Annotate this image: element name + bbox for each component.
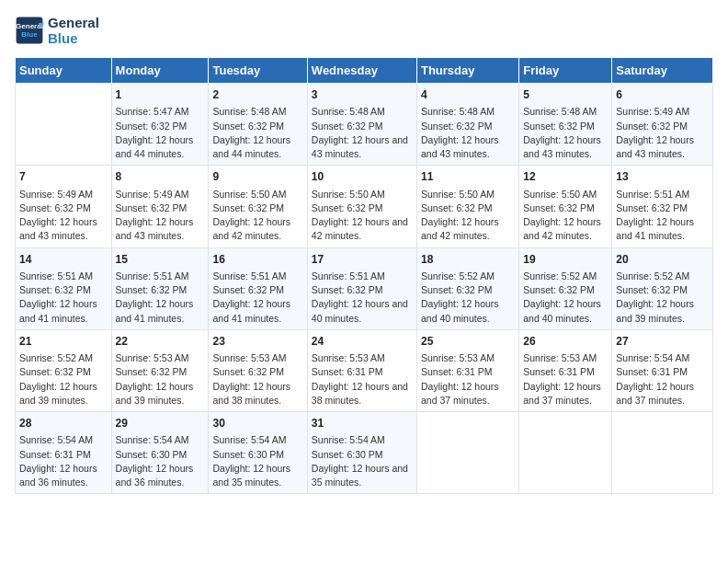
logo-line2: Blue — [48, 30, 99, 46]
sunset-text: Sunset: 6:32 PM — [421, 201, 515, 215]
weekday-header-thursday: Thursday — [416, 58, 518, 84]
sunrise-text: Sunrise: 5:49 AM — [116, 188, 205, 201]
calendar-cell: 12Sunrise: 5:50 AMSunset: 6:32 PMDayligh… — [519, 166, 612, 247]
day-number: 27 — [616, 334, 709, 350]
calendar-cell: 31Sunrise: 5:54 AMSunset: 6:30 PMDayligh… — [307, 412, 416, 494]
sunrise-text: Sunrise: 5:51 AM — [212, 270, 302, 283]
calendar-cell: 29Sunrise: 5:54 AMSunset: 6:30 PMDayligh… — [111, 412, 209, 494]
daylight-text: Daylight: 12 hours and 41 minutes. — [116, 297, 205, 325]
calendar-cell: 26Sunrise: 5:53 AMSunset: 6:31 PMDayligh… — [519, 329, 612, 411]
sunset-text: Sunset: 6:30 PM — [212, 448, 302, 462]
daylight-text: Daylight: 12 hours and 43 minutes. — [312, 133, 413, 161]
sunrise-text: Sunrise: 5:48 AM — [523, 105, 608, 119]
calendar-cell: 13Sunrise: 5:51 AMSunset: 6:32 PMDayligh… — [612, 166, 713, 247]
sunset-text: Sunset: 6:31 PM — [19, 448, 108, 462]
day-number: 11 — [421, 169, 515, 185]
sunset-text: Sunset: 6:32 PM — [212, 120, 302, 133]
calendar-cell: 19Sunrise: 5:52 AMSunset: 6:32 PMDayligh… — [519, 247, 612, 329]
daylight-text: Daylight: 12 hours and 40 minutes. — [421, 297, 515, 325]
sunset-text: Sunset: 6:32 PM — [212, 365, 302, 379]
day-number: 10 — [312, 169, 413, 185]
daylight-text: Daylight: 12 hours and 43 minutes. — [616, 133, 709, 161]
calendar-cell: 5Sunrise: 5:48 AMSunset: 6:32 PMDaylight… — [519, 84, 612, 166]
sunset-text: Sunset: 6:32 PM — [312, 201, 413, 215]
sunrise-text: Sunrise: 5:51 AM — [616, 188, 709, 201]
calendar-cell: 24Sunrise: 5:53 AMSunset: 6:31 PMDayligh… — [307, 329, 416, 411]
calendar-cell: 30Sunrise: 5:54 AMSunset: 6:30 PMDayligh… — [209, 412, 307, 494]
day-number: 31 — [312, 416, 413, 431]
calendar-cell: 6Sunrise: 5:49 AMSunset: 6:32 PMDaylight… — [612, 84, 713, 166]
day-number: 25 — [421, 334, 515, 350]
sunset-text: Sunset: 6:31 PM — [523, 365, 608, 379]
day-number: 15 — [116, 252, 205, 268]
calendar-cell: 25Sunrise: 5:53 AMSunset: 6:31 PMDayligh… — [416, 329, 518, 411]
daylight-text: Daylight: 12 hours and 37 minutes. — [616, 380, 709, 408]
sunrise-text: Sunrise: 5:51 AM — [19, 270, 108, 283]
sunrise-text: Sunrise: 5:47 AM — [116, 105, 205, 119]
calendar-cell — [16, 84, 112, 166]
calendar-cell: 10Sunrise: 5:50 AMSunset: 6:32 PMDayligh… — [307, 166, 416, 247]
calendar-cell: 28Sunrise: 5:54 AMSunset: 6:31 PMDayligh… — [16, 412, 112, 494]
sunrise-text: Sunrise: 5:49 AM — [616, 105, 709, 119]
daylight-text: Daylight: 12 hours and 44 minutes. — [212, 133, 302, 161]
day-number: 21 — [19, 334, 108, 350]
sunrise-text: Sunrise: 5:53 AM — [116, 351, 205, 365]
day-number: 20 — [616, 252, 709, 268]
sunset-text: Sunset: 6:32 PM — [212, 283, 302, 297]
daylight-text: Daylight: 12 hours and 39 minutes. — [19, 380, 108, 408]
sunrise-text: Sunrise: 5:54 AM — [616, 351, 709, 365]
daylight-text: Daylight: 12 hours and 44 minutes. — [116, 133, 205, 161]
sunset-text: Sunset: 6:32 PM — [312, 120, 413, 133]
calendar-cell — [416, 412, 518, 494]
weekday-header-friday: Friday — [519, 58, 612, 84]
sunrise-text: Sunrise: 5:52 AM — [616, 270, 709, 283]
calendar-cell: 15Sunrise: 5:51 AMSunset: 6:32 PMDayligh… — [111, 247, 209, 329]
sunrise-text: Sunrise: 5:48 AM — [421, 105, 515, 119]
day-number: 9 — [212, 169, 302, 185]
daylight-text: Daylight: 12 hours and 35 minutes. — [312, 462, 413, 489]
calendar-cell: 9Sunrise: 5:50 AMSunset: 6:32 PMDaylight… — [209, 166, 307, 247]
daylight-text: Daylight: 12 hours and 43 minutes. — [523, 133, 608, 161]
daylight-text: Daylight: 12 hours and 39 minutes. — [116, 380, 205, 408]
sunset-text: Sunset: 6:32 PM — [523, 283, 608, 297]
weekday-header-wednesday: Wednesday — [307, 58, 416, 84]
sunset-text: Sunset: 6:32 PM — [616, 201, 709, 215]
sunrise-text: Sunrise: 5:48 AM — [212, 105, 302, 119]
day-number: 4 — [421, 87, 515, 103]
sunrise-text: Sunrise: 5:54 AM — [212, 433, 302, 447]
sunrise-text: Sunrise: 5:50 AM — [212, 188, 302, 201]
logo-icon: General Blue — [15, 16, 44, 45]
sunset-text: Sunset: 6:32 PM — [116, 201, 205, 215]
day-number: 19 — [523, 252, 608, 268]
day-number: 30 — [212, 416, 302, 431]
sunset-text: Sunset: 6:30 PM — [312, 448, 413, 462]
sunrise-text: Sunrise: 5:52 AM — [523, 270, 608, 283]
calendar-cell: 20Sunrise: 5:52 AMSunset: 6:32 PMDayligh… — [612, 247, 713, 329]
calendar-cell: 1Sunrise: 5:47 AMSunset: 6:32 PMDaylight… — [111, 84, 209, 166]
daylight-text: Daylight: 12 hours and 39 minutes. — [616, 297, 709, 325]
sunrise-text: Sunrise: 5:50 AM — [421, 188, 515, 201]
sunset-text: Sunset: 6:32 PM — [116, 365, 205, 379]
day-number: 22 — [116, 334, 205, 350]
daylight-text: Daylight: 12 hours and 36 minutes. — [19, 462, 108, 489]
sunset-text: Sunset: 6:31 PM — [421, 365, 515, 379]
daylight-text: Daylight: 12 hours and 37 minutes. — [523, 380, 608, 408]
daylight-text: Daylight: 12 hours and 42 minutes. — [421, 215, 515, 243]
calendar-cell: 27Sunrise: 5:54 AMSunset: 6:31 PMDayligh… — [612, 329, 713, 411]
sunset-text: Sunset: 6:32 PM — [523, 120, 608, 133]
daylight-text: Daylight: 12 hours and 40 minutes. — [312, 297, 413, 325]
sunset-text: Sunset: 6:32 PM — [116, 283, 205, 297]
calendar-table: SundayMondayTuesdayWednesdayThursdayFrid… — [15, 57, 713, 494]
sunrise-text: Sunrise: 5:51 AM — [116, 270, 205, 283]
sunset-text: Sunset: 6:31 PM — [616, 365, 709, 379]
calendar-cell: 18Sunrise: 5:52 AMSunset: 6:32 PMDayligh… — [416, 247, 518, 329]
calendar-cell: 23Sunrise: 5:53 AMSunset: 6:32 PMDayligh… — [209, 329, 307, 411]
weekday-header-monday: Monday — [111, 58, 209, 84]
calendar-cell: 21Sunrise: 5:52 AMSunset: 6:32 PMDayligh… — [16, 329, 112, 411]
calendar-cell — [519, 412, 612, 494]
daylight-text: Daylight: 12 hours and 36 minutes. — [116, 462, 205, 489]
sunset-text: Sunset: 6:31 PM — [312, 365, 413, 379]
calendar-cell — [612, 412, 713, 494]
daylight-text: Daylight: 12 hours and 42 minutes. — [312, 215, 413, 243]
daylight-text: Daylight: 12 hours and 40 minutes. — [523, 297, 608, 325]
